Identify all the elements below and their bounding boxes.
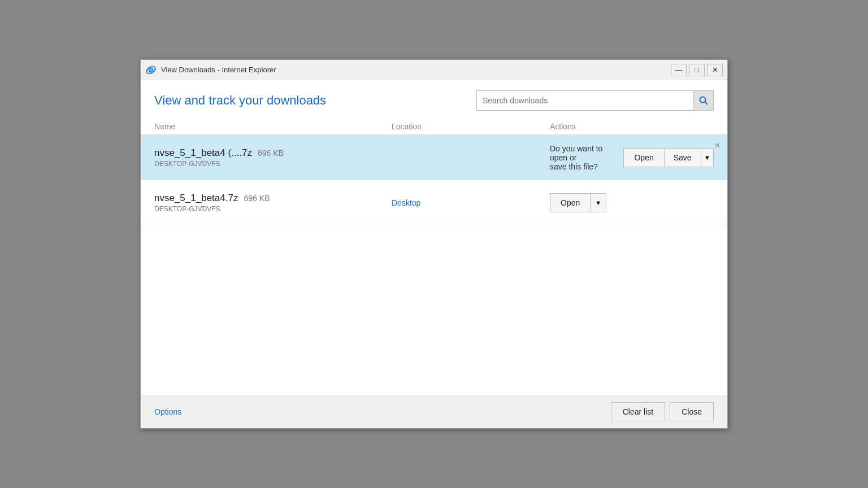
search-box — [476, 90, 714, 111]
close-button[interactable]: Close — [670, 402, 714, 421]
item-size-1: 696 KB — [258, 149, 284, 158]
title-bar-title: View Downloads - Internet Explorer — [161, 66, 276, 74]
downloads-list: nvse_5_1_beta4 (....7z 696 KB DESKTOP-GJ… — [141, 135, 727, 395]
columns-header: Name Location Actions — [141, 119, 727, 135]
item-name-col-2: nvse_5_1_beta4.7z 696 KB DESKTOP-GJVDVFS — [154, 193, 392, 213]
empty-area — [141, 225, 727, 395]
item-actions-col-1: Do you want to open orsave this file? Op… — [550, 144, 714, 171]
item-location-link-2[interactable]: Desktop — [392, 198, 420, 207]
item-save-button-1[interactable]: Save — [665, 148, 701, 167]
downloads-window: View Downloads - Internet Explorer — □ ✕… — [140, 59, 728, 429]
ie-icon — [145, 64, 157, 76]
item-name-col-1: nvse_5_1_beta4 (....7z 696 KB DESKTOP-GJ… — [154, 147, 392, 168]
footer-buttons: Clear list Close — [611, 402, 714, 421]
clear-list-button[interactable]: Clear list — [611, 402, 665, 421]
svg-line-7 — [705, 102, 707, 104]
col-location-header: Location — [392, 122, 550, 131]
item-open-dropdown-2[interactable]: ▼ — [591, 193, 606, 212]
item-name-row-1: nvse_5_1_beta4 (....7z 696 KB — [154, 147, 392, 159]
item-name-row-2: nvse_5_1_beta4.7z 696 KB — [154, 193, 392, 204]
window-close-button[interactable]: ✕ — [707, 64, 723, 76]
item-source-1: DESKTOP-GJVDVFS — [154, 160, 392, 168]
item-close-button-1[interactable]: ✕ — [711, 140, 723, 151]
download-item-1: nvse_5_1_beta4 (....7z 696 KB DESKTOP-GJ… — [141, 135, 727, 180]
title-bar-controls: — □ ✕ — [671, 64, 723, 76]
search-icon — [699, 96, 708, 105]
item-actions-col-2: Open ▼ — [550, 193, 714, 212]
item-filename-2: nvse_5_1_beta4.7z — [154, 193, 238, 204]
options-link[interactable]: Options — [154, 407, 181, 416]
minimize-button[interactable]: — — [671, 64, 687, 76]
footer: Options Clear list Close — [141, 395, 727, 428]
col-actions-header: Actions — [550, 122, 714, 131]
search-button[interactable] — [693, 91, 713, 110]
svg-point-4 — [150, 69, 152, 71]
restore-button[interactable]: □ — [689, 64, 705, 76]
download-item-2: nvse_5_1_beta4.7z 696 KB DESKTOP-GJVDVFS… — [141, 180, 727, 225]
item-source-2: DESKTOP-GJVDVFS — [154, 205, 392, 213]
item-filename-1: nvse_5_1_beta4 (....7z — [154, 147, 252, 159]
title-bar: View Downloads - Internet Explorer — □ ✕ — [141, 60, 727, 80]
page-title: View and track your downloads — [154, 93, 326, 108]
search-input[interactable] — [477, 96, 693, 105]
col-name-header: Name — [154, 122, 392, 131]
header-row: View and track your downloads — [141, 80, 727, 119]
content-area: View and track your downloads Name Locat… — [141, 80, 727, 395]
item-location-col-2: Desktop — [392, 198, 550, 207]
title-bar-left: View Downloads - Internet Explorer — [145, 64, 276, 76]
item-size-2: 696 KB — [244, 194, 270, 203]
item-open-button-2[interactable]: Open — [550, 193, 591, 212]
item-open-button-1[interactable]: Open — [623, 148, 664, 167]
item-action-text-1: Do you want to open orsave this file? — [550, 144, 614, 171]
